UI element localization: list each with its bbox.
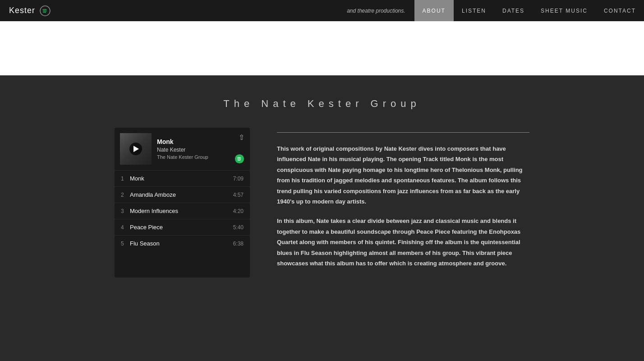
track-number: 2: [121, 192, 130, 198]
nav-contact[interactable]: CONTACT: [596, 0, 644, 21]
track-artist: Nate Kester: [157, 147, 244, 153]
track-name: Flu Season: [130, 240, 233, 247]
white-bar-section: [0, 21, 644, 75]
share-icon[interactable]: ⇧: [239, 133, 244, 142]
brand-name: Kester: [9, 6, 35, 15]
track-name: Amandla Amboze: [130, 191, 233, 198]
nav-links: ABOUT LISTEN DATES SHEET MUSIC CONTACT: [414, 0, 644, 21]
player-header: Monk Nate Kester The Nate Kester Group ⇧: [115, 128, 250, 170]
track-row[interactable]: 5 Flu Season 6:38: [115, 235, 250, 251]
album-art: [120, 133, 152, 165]
partial-text: and theatre productions.: [347, 8, 414, 14]
track-number: 3: [121, 208, 130, 214]
description-para2: In this album, Nate takes a clear divide…: [277, 216, 529, 268]
content-wrapper: Monk Nate Kester The Nate Kester Group ⇧: [106, 128, 538, 278]
description-panel: This work of original compositions by Na…: [277, 128, 529, 278]
track-number: 5: [121, 241, 130, 247]
track-album: The Nate Kester Group: [157, 154, 244, 160]
track-name: Modern Influences: [130, 208, 233, 214]
nav-about[interactable]: ABOUT: [414, 0, 454, 21]
track-duration: 6:38: [233, 241, 244, 247]
track-number: 1: [121, 176, 130, 182]
track-duration: 4:57: [233, 192, 244, 198]
nav-dates[interactable]: DATES: [494, 0, 533, 21]
track-title: Monk: [157, 138, 244, 145]
player-widget: Monk Nate Kester The Nate Kester Group ⇧: [115, 128, 250, 278]
main-section: The Nate Kester Group Monk Nate Kester T…: [0, 75, 644, 361]
track-duration: 7:09: [233, 176, 244, 182]
track-name: Monk: [130, 175, 233, 182]
description-para1: This work of original compositions by Na…: [277, 143, 529, 207]
track-row[interactable]: 3 Modern Influences 4:20: [115, 203, 250, 219]
track-info: Monk Nate Kester The Nate Kester Group: [157, 138, 244, 160]
track-row[interactable]: 4 Peace Piece 5:40: [115, 219, 250, 235]
description-divider: [277, 132, 529, 133]
navbar: Kester and theatre productions. ABOUT LI…: [0, 0, 644, 21]
track-list: 1 Monk 7:09 2 Amandla Amboze 4:57 3 Mode…: [115, 170, 250, 251]
track-row[interactable]: 1 Monk 7:09: [115, 170, 250, 186]
track-duration: 5:40: [233, 224, 244, 231]
track-row[interactable]: 2 Amandla Amboze 4:57: [115, 186, 250, 203]
section-title: The Nate Kester Group: [0, 98, 644, 110]
nav-sheet-music[interactable]: SHEET MUSIC: [533, 0, 596, 21]
spotify-icon: [40, 5, 51, 16]
track-number: 4: [121, 224, 130, 231]
nav-listen[interactable]: LISTEN: [454, 0, 494, 21]
spotify-logo-small: [235, 154, 244, 166]
track-duration: 4:20: [233, 208, 244, 214]
play-icon: [133, 146, 139, 152]
track-name: Peace Piece: [130, 224, 233, 231]
play-button[interactable]: [129, 143, 142, 155]
brand-area: Kester: [0, 5, 60, 16]
